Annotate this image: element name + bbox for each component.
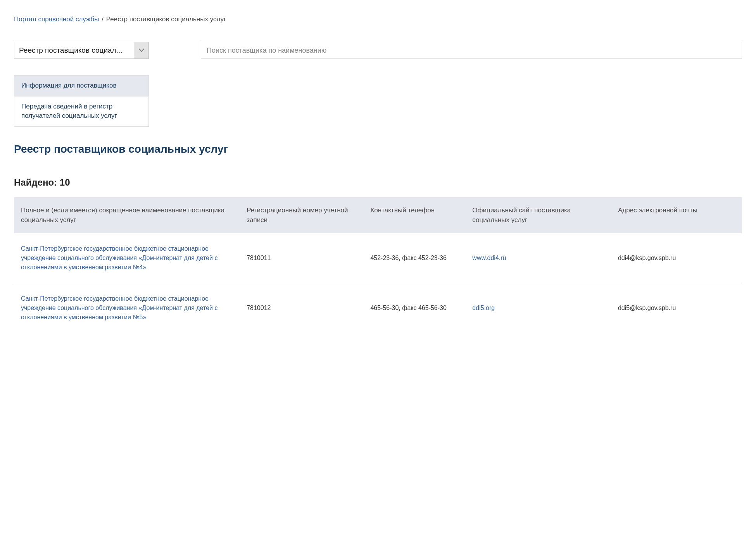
- table-row: Санкт‑Петербургское государственное бюдж…: [14, 283, 742, 333]
- search-field-wrapper: [201, 42, 742, 59]
- breadcrumb-root-link[interactable]: Портал справочной службы: [14, 15, 99, 23]
- cell-reg: 7810011: [240, 233, 363, 283]
- cell-email: ddi4@ksp.gov.spb.ru: [611, 233, 742, 283]
- results-count: Найдено: 10: [14, 177, 742, 188]
- cell-phone: 452‑23‑36, факс 452‑23‑36: [363, 233, 465, 283]
- th-phone: Контактный телефон: [363, 197, 465, 233]
- results-count-prefix: Найдено:: [14, 177, 60, 188]
- category-select[interactable]: Реестр поставщиков социал...: [14, 42, 149, 59]
- th-email: Адрес электронной почты: [611, 197, 742, 233]
- breadcrumb-separator: /: [102, 15, 104, 23]
- breadcrumb-current: Реестр поставщиков социальных услуг: [106, 15, 226, 23]
- search-input[interactable]: [201, 46, 742, 55]
- provider-name-link[interactable]: Санкт‑Петербургское государственное бюдж…: [21, 295, 217, 320]
- breadcrumb: Портал справочной службы / Реестр постав…: [14, 15, 742, 23]
- th-reg: Регистрационный номер учетной записи: [240, 197, 363, 233]
- cell-phone: 465‑56‑30, факс 465‑56‑30: [363, 283, 465, 333]
- chevron-down-icon[interactable]: [134, 42, 148, 59]
- table-row: Санкт‑Петербургское государственное бюдж…: [14, 233, 742, 283]
- provider-site-link[interactable]: www.ddi4.ru: [472, 255, 506, 261]
- sidebar-item-transfer-data[interactable]: Передача сведений в регистр получателей …: [14, 96, 148, 126]
- th-name: Полное и (если имеется) сокращенное наим…: [14, 197, 240, 233]
- sidebar-item-provider-info[interactable]: Информация для поставщиков: [14, 75, 148, 96]
- page-title: Реестр поставщиков социальных услуг: [14, 143, 742, 155]
- cell-reg: 7810012: [240, 283, 363, 333]
- th-site: Официальный сайт поставщика социальных у…: [465, 197, 611, 233]
- cell-email: ddi5@ksp.gov.spb.ru: [611, 283, 742, 333]
- results-count-value: 10: [60, 177, 70, 188]
- provider-site-link[interactable]: ddi5.org: [472, 305, 495, 311]
- providers-table: Полное и (если имеется) сокращенное наим…: [14, 197, 742, 333]
- category-select-text: Реестр поставщиков социал...: [14, 42, 134, 59]
- provider-name-link[interactable]: Санкт‑Петербургское государственное бюдж…: [21, 245, 217, 270]
- sidebar-menu: Информация для поставщиков Передача свед…: [14, 75, 149, 127]
